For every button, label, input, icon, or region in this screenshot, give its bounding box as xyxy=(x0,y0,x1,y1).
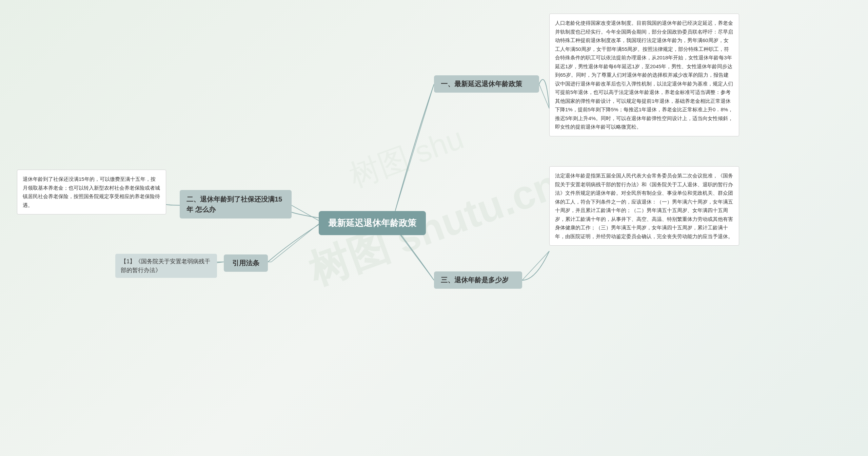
text-box-branch4-content: 法定退休年龄是指第五届全国人民代表大会常务委员会第二次会议批准，《国务院关于安置… xyxy=(555,173,733,239)
text-box-branch1-content: 人口老龄化使得国家改变退休制度。目前我国的退休年龄已经决定延迟，养老金并轨制度也… xyxy=(555,20,733,130)
svg-line-7 xyxy=(539,84,549,109)
text-box-branch4: 法定退休年龄是指第五届全国人民代表大会常务委员会第二次会议批准，《国务院关于安置… xyxy=(549,166,739,246)
branch-4-label: 三、退休年龄是多少岁 xyxy=(441,276,509,284)
text-box-branch2-content: 退休年龄到了社保还没满15年的，可以缴费至满十五年，按月领取基本养老金；也可以转… xyxy=(23,176,160,208)
text-box-branch1: 人口老龄化使得国家改变退休制度。目前我国的退休年龄已经决定延迟，养老金并轨制度也… xyxy=(549,14,739,136)
branch-1-label: 一、最新延迟退休年龄政策 xyxy=(441,80,522,88)
branch-1-node[interactable]: 一、最新延迟退休年龄政策 xyxy=(434,75,539,93)
branch-2-node[interactable]: 二、退休年龄到了社保还没满15年 怎么办 xyxy=(180,190,292,218)
branch-2-label: 二、退休年龄到了社保还没满15年 怎么办 xyxy=(186,195,282,213)
mind-map-canvas: 树图 shutu.cn 树图 shu xyxy=(0,0,868,456)
svg-line-1 xyxy=(292,205,319,221)
text-box-branch2: 退休年龄到了社保还没满15年的，可以缴费至满十五年，按月领取基本养老金；也可以转… xyxy=(17,170,166,214)
sub-item-1-node[interactable]: 【1】《国务院关于安置老弱病残干部的暂行办法》 xyxy=(115,254,217,278)
svg-line-0 xyxy=(393,84,434,217)
watermark2: 树图 shu xyxy=(344,118,470,197)
svg-line-3 xyxy=(271,224,319,262)
branch-3-label: 引用法条 xyxy=(232,259,259,267)
branch-4-node[interactable]: 三、退休年龄是多少岁 xyxy=(434,271,522,289)
svg-line-8 xyxy=(522,251,549,280)
sub-item-1-label: 【1】《国务院关于安置老弱病残干部的暂行办法》 xyxy=(121,258,210,273)
central-node[interactable]: 最新延迟退休年龄政策 xyxy=(319,211,426,235)
branch-3-node[interactable]: 引用法条 xyxy=(224,254,268,272)
